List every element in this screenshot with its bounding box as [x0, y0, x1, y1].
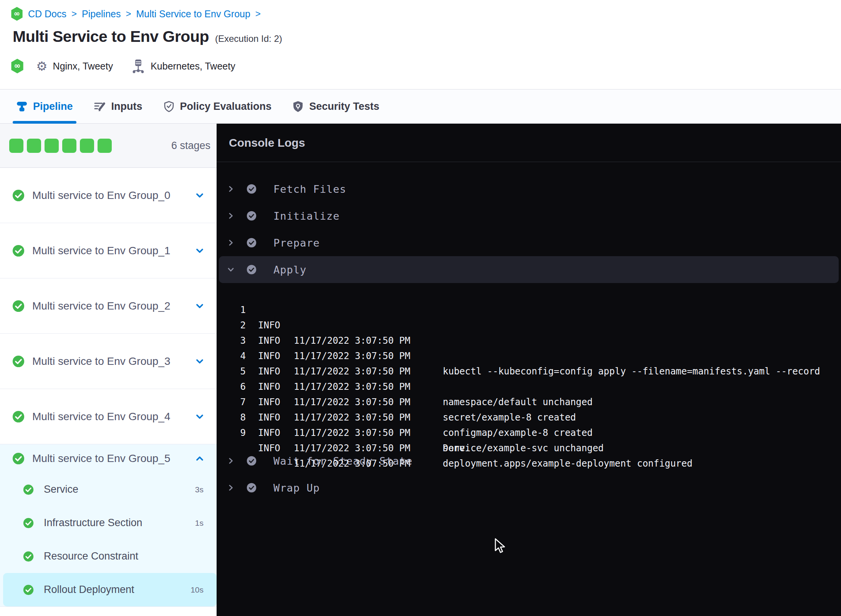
breadcrumb-separator: > — [126, 8, 131, 19]
tab-inputs[interactable]: Inputs — [94, 89, 142, 123]
chevron-down-icon[interactable] — [227, 265, 235, 274]
success-check-icon — [12, 245, 25, 257]
success-check-icon — [23, 551, 34, 562]
log-line: 7 INFO 11/17/2022 3:07:50 PM service/exa… — [217, 379, 841, 394]
services-label: Nginx, Tweety — [53, 61, 113, 72]
log-timestamp: 11/17/2022 3:07:50 PM — [294, 440, 410, 456]
page-title: Multi Service to Env Group — [13, 28, 209, 46]
tab-policy-evaluations[interactable]: Policy Evaluations — [163, 89, 272, 123]
step-label: Infrastructure Section — [44, 517, 195, 529]
console-step-label: Wrap Up — [273, 482, 320, 494]
pipeline-execution-screen: ∞ CD Docs>Pipelines>Multi Service to Env… — [0, 0, 841, 616]
chevron-down-icon[interactable] — [194, 245, 205, 256]
stage-progress-square — [98, 139, 112, 153]
stage-list: Multi service to Env Group_0 Multi servi… — [0, 168, 217, 606]
breadcrumb-link[interactable]: CD Docs — [28, 8, 66, 20]
console-steps: Fetch Files Initialize Prepare — [217, 162, 841, 501]
harness-status-icon: ∞ — [11, 59, 24, 73]
success-check-icon — [12, 355, 25, 368]
tab-bar: Pipeline Inputs Policy Evaluations Secur… — [0, 89, 841, 124]
success-check-icon — [12, 452, 25, 465]
success-check-icon — [12, 300, 25, 312]
success-check-icon — [12, 411, 25, 423]
step-label: Rollout Deployment — [44, 584, 190, 596]
stage-label: Multi service to Env Group_4 — [32, 411, 194, 423]
log-line: 3 INFO 11/17/2022 3:07:50 PM — [217, 318, 841, 333]
chevron-right-icon[interactable] — [227, 238, 235, 247]
chevron-right-icon[interactable] — [227, 212, 235, 220]
step-success-icon — [247, 184, 257, 194]
stage-progress-square — [80, 139, 94, 153]
step-success-icon — [247, 265, 257, 275]
console-step-row[interactable]: Wrap Up — [217, 474, 841, 501]
tab-pipeline[interactable]: Pipeline — [16, 89, 73, 123]
chevron-down-icon[interactable] — [194, 190, 205, 201]
svg-text:∞: ∞ — [14, 9, 20, 18]
chevron-right-icon[interactable] — [227, 185, 235, 193]
stage-row[interactable]: Multi service to Env Group_1 — [0, 223, 217, 278]
breadcrumb: ∞ CD Docs>Pipelines>Multi Service to Env… — [11, 5, 261, 22]
console-header: Console Logs — [217, 124, 841, 162]
console-panel: Console Logs Fetch Files Initialize — [217, 124, 841, 616]
step-duration: 1s — [195, 518, 204, 528]
chevron-down-icon[interactable] — [194, 356, 205, 367]
step-label: Resource Constraint — [44, 550, 204, 562]
stage-row[interactable]: Multi service to Env Group_4 — [0, 389, 217, 444]
success-check-icon — [12, 189, 25, 202]
stage-list-tail — [0, 606, 217, 616]
step-row[interactable]: Service 3s — [0, 473, 217, 506]
log-message: Done. — [443, 440, 470, 456]
stage-summary-bar: 6 stages — [0, 124, 217, 168]
stage-label: Multi service to Env Group_3 — [32, 355, 194, 368]
step-row[interactable]: Infrastructure Section 1s — [0, 506, 217, 540]
chevron-up-icon[interactable] — [194, 453, 205, 464]
log-line: 4 INFO 11/17/2022 3:07:50 PM namespace/d… — [217, 333, 841, 348]
tab-security-tests[interactable]: Security Tests — [292, 89, 379, 123]
console-step-row[interactable]: Fetch Files — [217, 176, 841, 202]
chevron-down-icon[interactable] — [194, 411, 205, 422]
stage-progress-squares — [9, 139, 171, 153]
console-step-label: Apply — [273, 264, 306, 276]
stage-label: Multi service to Env Group_0 — [32, 189, 194, 202]
log-block: 1 INFO 11/17/2022 3:07:50 PM 2 INFO 11/1… — [217, 283, 841, 444]
execution-meta-row: ∞ ⚙ Nginx, Tweety Kubernetes, — [11, 57, 235, 75]
stage-row[interactable]: Multi service to Env Group_3 — [0, 334, 217, 389]
tab-label: Policy Evaluations — [180, 101, 272, 113]
breadcrumb-separator: > — [255, 8, 261, 19]
step-row[interactable]: Rollout Deployment 10s — [3, 573, 217, 606]
log-line: 6 INFO 11/17/2022 3:07:50 PM configmap/e… — [217, 364, 841, 379]
chevron-down-icon[interactable] — [194, 301, 205, 311]
execution-id: (Execution Id: 2) — [215, 33, 282, 44]
stage-row[interactable]: Multi service to Env Group_0 — [0, 168, 217, 223]
stage-progress-square — [45, 139, 59, 153]
tab-label: Security Tests — [309, 101, 379, 113]
success-check-icon — [23, 585, 34, 595]
success-check-icon — [23, 518, 34, 528]
title-row: Multi Service to Env Group (Execution Id… — [13, 28, 282, 46]
console-step-row[interactable]: Prepare — [217, 229, 841, 256]
console-title: Console Logs — [229, 136, 305, 149]
log-line: 8 INFO 11/17/2022 3:07:50 PM deployment.… — [217, 394, 841, 410]
stage-group-expanded: Multi service to Env Group_5 Service 3s … — [0, 444, 217, 606]
breadcrumb-separator: > — [71, 8, 77, 19]
breadcrumb-link[interactable]: Multi Service to Env Group — [136, 8, 250, 20]
log-line: Done. — [217, 425, 841, 440]
step-row[interactable]: Resource Constraint — [0, 540, 217, 573]
log-message: deployment.apps/example-deployment confi… — [443, 456, 692, 471]
stage-row[interactable]: Multi service to Env Group_2 — [0, 278, 217, 334]
log-line: 2 INFO 11/17/2022 3:07:50 PM kubectl --k… — [217, 302, 841, 318]
console-step-row[interactable]: Initialize — [217, 202, 841, 229]
console-step-row[interactable]: Apply — [219, 256, 839, 283]
stage-progress-square — [62, 139, 76, 153]
infrastructure-icon — [131, 58, 145, 74]
console-step-label: Fetch Files — [273, 183, 346, 195]
stage-row[interactable]: Multi service to Env Group_5 — [0, 444, 217, 473]
log-line: 5 INFO 11/17/2022 3:07:50 PM secret/exam… — [217, 348, 841, 364]
svg-text:∞: ∞ — [14, 61, 20, 70]
step-success-icon — [247, 238, 257, 248]
step-duration: 3s — [195, 485, 204, 494]
breadcrumb-link[interactable]: Pipelines — [82, 8, 121, 20]
log-line: 9 INFO 11/17/2022 3:07:50 PM — [217, 410, 841, 425]
stage-label: Multi service to Env Group_1 — [32, 245, 194, 257]
log-timestamp: 11/17/2022 3:07:50 PM — [294, 456, 410, 471]
